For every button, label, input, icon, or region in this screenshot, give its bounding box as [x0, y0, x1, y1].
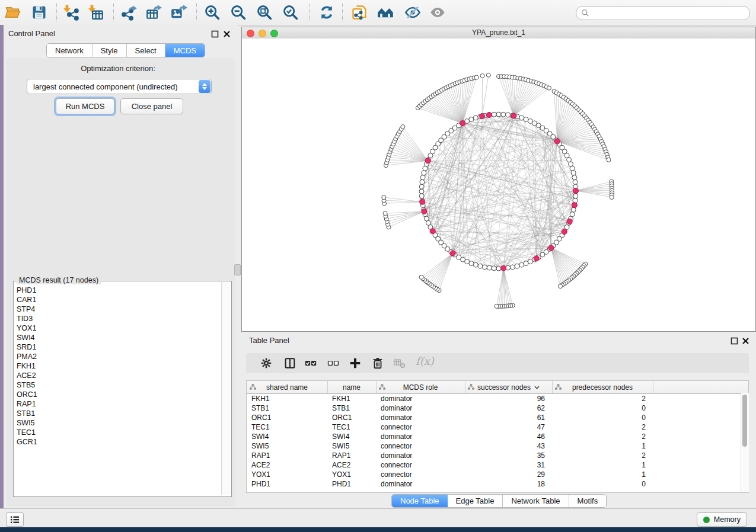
graph-mcds-node[interactable] — [460, 121, 465, 126]
graph-node[interactable] — [420, 175, 425, 180]
graph-mcds-node[interactable] — [480, 114, 485, 119]
table-tab-network-table[interactable]: Network Table — [503, 495, 569, 507]
table-tab-node-table[interactable]: Node Table — [392, 495, 448, 507]
graph-node[interactable] — [419, 194, 424, 198]
mcds-result-item[interactable]: RAP1 — [14, 399, 220, 409]
graph-mcds-node[interactable] — [572, 203, 577, 208]
export-network-icon[interactable] — [121, 4, 139, 21]
graph-node[interactable] — [487, 265, 492, 270]
graph-leaf-node[interactable] — [480, 73, 484, 78]
network-canvas[interactable] — [242, 39, 755, 331]
table-tab-edge-table[interactable]: Edge Table — [448, 495, 503, 507]
graph-node[interactable] — [424, 216, 429, 221]
graph-leaf-node[interactable] — [607, 158, 611, 162]
close-panel-button[interactable]: Close panel — [120, 98, 183, 114]
graph-node[interactable] — [496, 112, 501, 117]
graph-node[interactable] — [571, 171, 576, 175]
table-row[interactable]: ORC1ORC1dominator610 — [247, 413, 748, 422]
run-mcds-button[interactable]: Run MCDS — [56, 98, 114, 114]
graph-mcds-node[interactable] — [554, 139, 560, 144]
close-icon[interactable] — [223, 30, 231, 37]
graph-leaf-node[interactable] — [610, 195, 614, 199]
graph-node[interactable] — [501, 112, 506, 117]
graph-leaf-node[interactable] — [419, 275, 423, 279]
graph-mcds-node[interactable] — [534, 256, 539, 261]
graph-leaf-node[interactable] — [383, 211, 387, 216]
duplicate-network-icon[interactable] — [351, 4, 369, 21]
mcds-result-item[interactable]: SWI5 — [14, 418, 220, 428]
graph-node[interactable] — [492, 266, 496, 271]
table-tab-motifs[interactable]: Motifs — [569, 495, 607, 507]
import-network-icon[interactable] — [63, 4, 81, 21]
graph-leaf-node[interactable] — [382, 196, 386, 200]
zoom-out-icon[interactable] — [230, 4, 248, 21]
table-scrollbar-thumb[interactable] — [742, 395, 747, 447]
mcds-result-item[interactable]: PHD1 — [14, 286, 220, 295]
export-image-icon[interactable] — [171, 4, 189, 21]
graph-node[interactable] — [519, 262, 524, 267]
graph-node[interactable] — [496, 266, 501, 271]
mcds-list-scrollbar[interactable] — [221, 282, 230, 495]
tab-style[interactable]: Style — [92, 44, 127, 57]
search-input[interactable] — [589, 8, 749, 18]
graph-node[interactable] — [419, 189, 424, 194]
settings-gear-icon[interactable] — [260, 357, 274, 370]
graph-node[interactable] — [419, 184, 424, 189]
graph-node[interactable] — [423, 166, 428, 171]
task-history-button[interactable] — [6, 512, 24, 527]
close-icon[interactable] — [742, 336, 749, 344]
graph-mcds-node[interactable] — [501, 265, 506, 271]
mcds-result-item[interactable]: SWI4 — [14, 333, 220, 342]
graph-node[interactable] — [478, 264, 483, 268]
graph-mcds-node[interactable] — [420, 199, 425, 204]
mcds-result-item[interactable]: ORC1 — [14, 390, 220, 399]
graph-mcds-node[interactable] — [425, 158, 430, 164]
zoom-selected-icon[interactable] — [282, 4, 300, 21]
graph-node[interactable] — [515, 264, 519, 268]
mcds-result-item[interactable]: YOX1 — [14, 323, 220, 333]
create-column-icon[interactable] — [349, 357, 363, 370]
graph-leaf-node[interactable] — [474, 75, 479, 79]
graph-node[interactable] — [569, 162, 573, 166]
graph-node[interactable] — [420, 180, 425, 184]
graph-mcds-node[interactable] — [573, 188, 578, 193]
graph-leaf-node[interactable] — [559, 284, 563, 289]
mcds-result-item[interactable]: STB1 — [14, 409, 220, 418]
mcds-result-item[interactable]: TID3 — [14, 314, 220, 323]
mcds-result-item[interactable]: ACE2 — [14, 371, 220, 380]
graph-node[interactable] — [570, 212, 575, 217]
graph-node[interactable] — [492, 112, 496, 117]
refresh-layout-icon[interactable] — [318, 4, 336, 21]
table-row[interactable]: FKH1FKH1dominator962 — [247, 394, 748, 403]
mcds-result-item[interactable]: STP4 — [14, 305, 220, 314]
graph-node[interactable] — [510, 265, 515, 270]
column-header-successor-nodes[interactable]: successor nodes — [465, 381, 553, 393]
deselect-all-columns-icon[interactable] — [327, 357, 341, 370]
graph-node[interactable] — [572, 175, 577, 180]
hide-selected-icon[interactable] — [404, 4, 422, 21]
mcds-result-item[interactable]: GCR1 — [14, 437, 220, 447]
network-graph[interactable] — [242, 39, 755, 331]
tab-select[interactable]: Select — [127, 44, 165, 57]
mcds-result-item[interactable]: SRD1 — [14, 342, 220, 352]
memory-status-button[interactable]: Memory — [697, 512, 747, 527]
table-scrollbar[interactable] — [741, 393, 749, 492]
graph-node[interactable] — [506, 113, 511, 117]
save-session-icon[interactable] — [31, 4, 49, 21]
criterion-dropdown[interactable]: largest connected component (undirected) — [27, 79, 212, 94]
graph-leaf-node[interactable] — [486, 73, 490, 77]
graph-node[interactable] — [573, 180, 578, 184]
mcds-result-item[interactable]: PMA2 — [14, 352, 220, 361]
open-file-icon[interactable] — [5, 4, 23, 21]
graph-mcds-node[interactable] — [486, 112, 492, 117]
graph-mcds-node[interactable] — [511, 113, 516, 118]
graph-leaf-node[interactable] — [547, 86, 551, 90]
graph-node[interactable] — [573, 194, 578, 198]
search-box[interactable] — [576, 6, 750, 20]
zoom-fit-icon[interactable] — [256, 4, 274, 21]
first-neighbors-icon[interactable] — [377, 4, 395, 21]
float-window-icon[interactable] — [211, 30, 219, 37]
table-row[interactable]: STB1STB1dominator620 — [247, 403, 748, 413]
mcds-result-item[interactable]: CAR1 — [14, 295, 220, 305]
table-row[interactable]: YOX1YOX1connector291 — [247, 470, 748, 479]
